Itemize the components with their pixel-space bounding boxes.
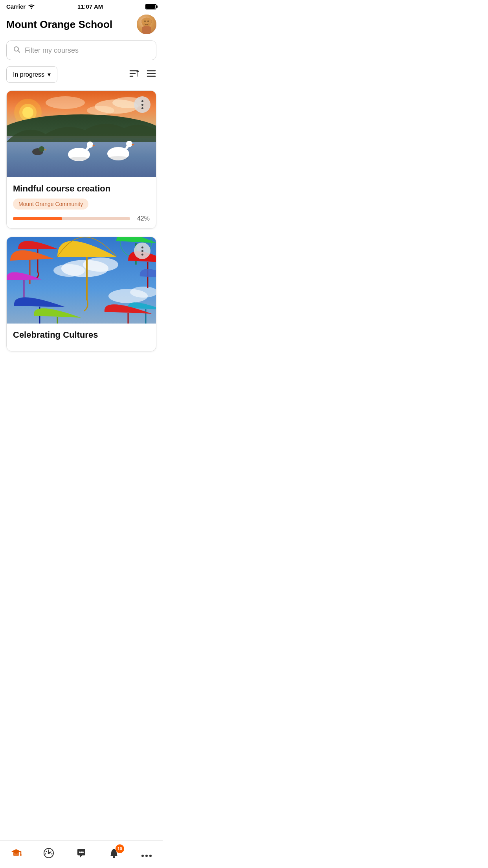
- course-image-lake: [7, 91, 156, 177]
- app-header: Mount Orange School: [0, 11, 163, 40]
- svg-point-26: [39, 146, 44, 152]
- time-display: 11:07 AM: [77, 3, 103, 10]
- course-card[interactable]: Mindful course creation Mount Orange Com…: [6, 90, 156, 229]
- course-card[interactable]: Celebrating Cultures: [6, 237, 156, 351]
- filter-label: In progress: [13, 71, 44, 78]
- more-dot: [141, 254, 143, 256]
- sort-icon[interactable]: [129, 68, 139, 81]
- svg-point-15: [22, 107, 33, 118]
- svg-point-2: [147, 20, 149, 22]
- course-tag: Mount Orange Community: [13, 199, 88, 210]
- svg-point-29: [69, 157, 89, 161]
- svg-point-32: [108, 156, 128, 160]
- course-image-umbrellas: [7, 237, 156, 324]
- page-title: Mount Orange School: [6, 18, 112, 31]
- courses-list: Mindful course creation Mount Orange Com…: [0, 90, 163, 351]
- avatar[interactable]: [137, 15, 156, 34]
- search-box[interactable]: Filter my courses: [6, 40, 156, 60]
- search-container: Filter my courses: [0, 40, 163, 66]
- svg-point-18: [87, 106, 114, 115]
- carrier-label: Carrier: [6, 3, 26, 10]
- more-dot: [141, 250, 143, 252]
- avatar-image: [137, 15, 156, 34]
- more-dot: [141, 100, 143, 102]
- progress-percentage: 42%: [134, 215, 150, 222]
- more-dot: [141, 246, 143, 248]
- search-icon: [13, 46, 21, 55]
- course-title: Celebrating Cultures: [13, 330, 150, 340]
- list-view-icon[interactable]: [146, 68, 156, 81]
- more-dot: [141, 107, 143, 109]
- status-bar: Carrier 11:07 AM: [0, 0, 163, 11]
- progress-bar-background: [13, 217, 130, 220]
- svg-point-31: [126, 141, 132, 147]
- svg-point-0: [142, 18, 151, 27]
- progress-bar-fill: [13, 217, 62, 220]
- filter-bar: In progress ▾: [0, 66, 163, 90]
- search-placeholder: Filter my courses: [25, 46, 79, 55]
- more-dot: [141, 104, 143, 106]
- carrier-info: Carrier: [6, 3, 35, 10]
- course-info: Mindful course creation Mount Orange Com…: [7, 177, 156, 228]
- view-controls: [129, 68, 156, 81]
- progress-row: 42%: [13, 215, 150, 222]
- svg-point-19: [46, 96, 85, 109]
- wifi-icon: [28, 3, 35, 10]
- course-info: Celebrating Cultures: [7, 324, 156, 351]
- more-options-button[interactable]: [134, 96, 150, 113]
- svg-point-35: [83, 257, 118, 272]
- filter-dropdown[interactable]: In progress ▾: [6, 66, 57, 83]
- svg-point-28: [87, 142, 93, 148]
- svg-point-1: [144, 20, 146, 22]
- course-title: Mindful course creation: [13, 184, 150, 194]
- battery-icon: [145, 4, 156, 9]
- svg-point-36: [53, 264, 85, 277]
- more-options-button[interactable]: [134, 243, 150, 259]
- chevron-down-icon: ▾: [48, 71, 51, 78]
